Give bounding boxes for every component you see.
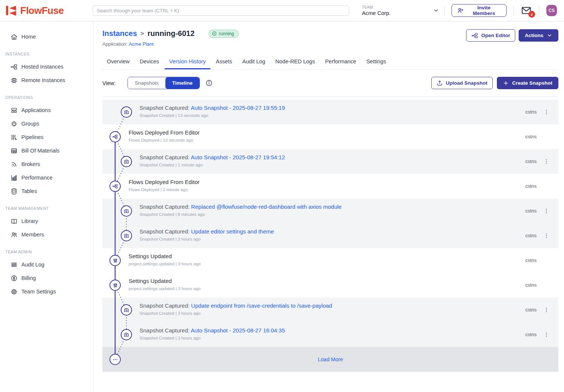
snapshot-link[interactable]: Update editor settings and theme (191, 228, 274, 235)
team-name: Acme Corp. (362, 10, 391, 16)
load-more-link[interactable]: Load More (318, 356, 343, 362)
row-menu-button[interactable] (542, 231, 551, 240)
ellipsis-icon (110, 354, 121, 365)
sidebar-item-library[interactable]: Library (0, 214, 93, 228)
camera-icon (121, 329, 132, 340)
sidebar-item-home[interactable]: Home (0, 30, 93, 43)
event-title-prefix: Snapshot Captured: (140, 203, 189, 210)
event-meta: Snapshot Created | 3 hours ago (140, 237, 274, 241)
event-title-prefix: Snapshot Captured: (140, 302, 189, 309)
sidebar-item-performance[interactable]: Performance (0, 171, 93, 184)
sidebar-item-audit-log[interactable]: Audit Log (0, 258, 93, 271)
main-content: Instances > running-6012 running Applica… (93, 21, 564, 392)
sidebar-item-hosted-instances[interactable]: Hosted Instances (0, 60, 93, 73)
event-user: cstns (525, 233, 537, 238)
sidebar-item-label: Billing (21, 275, 36, 281)
breadcrumb-instances-link[interactable]: Instances (102, 29, 137, 38)
notification-badge: 2 (528, 11, 535, 18)
camera-icon (121, 106, 132, 118)
sidebar-item-label: Groups (21, 121, 39, 127)
notifications-button[interactable]: 2 (521, 6, 531, 15)
sidebar: Home INSTANCES Hosted Instances Remote I… (0, 21, 93, 392)
info-icon[interactable] (206, 79, 213, 87)
sidebar-item-tables[interactable]: Tables (0, 184, 93, 198)
sidebar-item-label: Audit Log (21, 262, 44, 268)
home-icon (10, 33, 18, 40)
row-menu-button[interactable] (542, 305, 551, 314)
search-input[interactable] (93, 6, 349, 16)
sidebar-item-label: Bill Of Materials (21, 148, 60, 154)
event-user: cstns (525, 183, 537, 189)
tab-overview[interactable]: Overview (102, 55, 134, 69)
create-snapshot-label: Create Snapshot (512, 80, 552, 86)
timeline-load-more-row: Load More (102, 347, 558, 372)
tab-assets[interactable]: Assets (212, 55, 237, 69)
flowfuse-logo-icon (6, 5, 17, 16)
sidebar-item-groups[interactable]: Groups (0, 117, 93, 130)
actions-button[interactable]: Actions (519, 29, 558, 42)
row-menu-button[interactable] (542, 330, 551, 339)
event-title-prefix: Snapshot Captured: (140, 154, 189, 160)
view-label: View: (102, 80, 116, 86)
event-meta: Snapshot Created | 13 seconds ago (140, 113, 285, 118)
deploy-icon (110, 131, 121, 142)
tab-node-red-logs[interactable]: Node-RED Logs (271, 55, 320, 69)
instance-tabs: Overview Devices Version History Assets … (102, 55, 558, 70)
sidebar-item-brokers[interactable]: Brokers (0, 157, 93, 171)
sidebar-item-remote-instances[interactable]: Remote Instances (0, 73, 93, 87)
snapshot-link[interactable]: Update endpoint from /save-credentials t… (191, 302, 332, 309)
sidebar-item-pipelines[interactable]: Pipelines (0, 130, 93, 144)
snapshot-link[interactable]: Replaced @flowfuse/node-red-dashboard wi… (191, 203, 342, 210)
sidebar-item-label: Home (21, 34, 36, 40)
event-meta: project.settings.updated | 3 hours ago (129, 286, 201, 291)
create-snapshot-button[interactable]: Create Snapshot (497, 77, 558, 89)
sidebar-item-bill-of-materials[interactable]: Bill Of Materials (0, 144, 93, 157)
broadcast-icon (10, 161, 18, 168)
tab-version-history[interactable]: Version History (165, 55, 210, 69)
tab-audit-log[interactable]: Audit Log (238, 55, 270, 69)
snapshot-link[interactable]: Auto Snapshot - 2025-08-27 16:04:35 (191, 327, 285, 334)
snapshots-toggle-button[interactable]: Snapshots (128, 77, 165, 89)
row-menu-button[interactable] (542, 157, 551, 166)
divider (444, 6, 445, 15)
sidebar-item-team-settings[interactable]: Team Settings (0, 285, 93, 298)
deploy-icon (110, 181, 121, 192)
view-toggle: Snapshots Timeline (128, 77, 200, 89)
tab-devices[interactable]: Devices (135, 55, 164, 69)
upload-snapshot-label: Upload Snapshot (446, 80, 488, 86)
sidebar-item-billing[interactable]: Billing (0, 271, 93, 285)
timeline-row: Settings Updated project.settings.update… (102, 248, 558, 273)
groups-icon (10, 120, 18, 127)
timeline-row: Flows Deployed From Editor Flows Deploye… (102, 124, 558, 149)
snapshot-link[interactable]: Auto Snapshot - 2025-08-27 19:55:19 (191, 105, 285, 111)
tab-performance[interactable]: Performance (321, 55, 361, 69)
team-selector[interactable]: TEAM: Acme Corp. (362, 5, 444, 16)
event-meta: Snapshot Created | 1 minute ago (140, 163, 285, 167)
sidebar-item-applications[interactable]: Applications (0, 103, 93, 117)
avatar[interactable]: CS (546, 5, 557, 16)
user-plus-icon (457, 7, 464, 14)
application-link[interactable]: Acme Plant (129, 41, 153, 47)
status-label: running (219, 31, 234, 36)
log-lines-icon (10, 261, 18, 268)
open-editor-button[interactable]: Open Editor (466, 29, 515, 42)
event-title: Settings Updated (129, 278, 201, 284)
upload-snapshot-button[interactable]: Upload Snapshot (431, 77, 493, 89)
snapshot-link[interactable]: Auto Snapshot - 2025-08-27 19:54:12 (191, 154, 285, 160)
row-menu-button[interactable] (542, 206, 551, 215)
sidebar-item-label: Brokers (21, 161, 40, 167)
camera-icon (121, 205, 132, 217)
event-title: Flows Deployed From Editor (129, 129, 200, 136)
application-line: Application: Acme Plant (102, 41, 239, 47)
applications-icon (10, 107, 18, 114)
sidebar-item-label: Remote Instances (21, 77, 65, 83)
team-label: TEAM: (362, 5, 391, 9)
invite-members-button[interactable]: Invite Members (452, 4, 507, 17)
flowfuse-logo[interactable]: FlowFuse (0, 5, 88, 16)
tab-settings[interactable]: Settings (362, 55, 390, 69)
timeline-toggle-button[interactable]: Timeline (165, 77, 200, 89)
row-menu-button[interactable] (542, 108, 551, 117)
event-user: cstns (525, 282, 537, 288)
timeline-list: Snapshot Captured: Auto Snapshot - 2025-… (102, 100, 558, 372)
sidebar-item-members[interactable]: Members (0, 228, 93, 241)
